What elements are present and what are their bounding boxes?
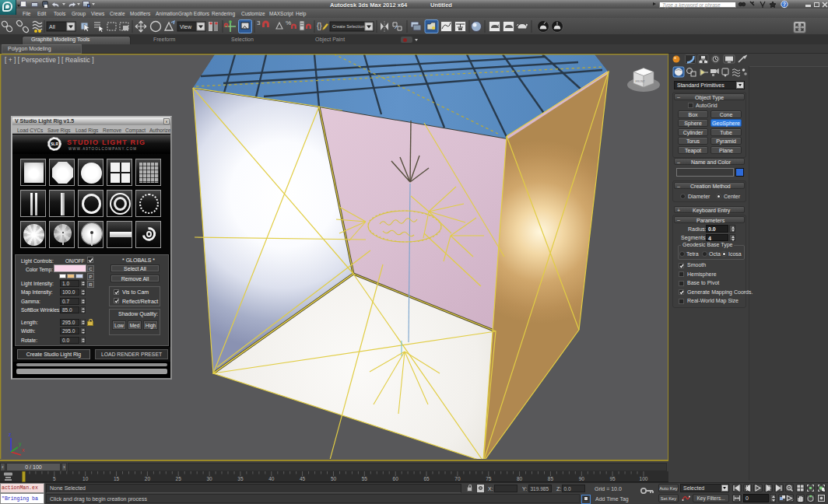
svg-text:85: 85 [548,476,554,481]
svg-text:95: 95 [609,476,616,481]
svg-text:3: 3 [257,19,261,26]
svg-text:30: 30 [206,476,212,481]
svg-text:[ + ] [ Perspective ] [ Realis: [ + ] [ Perspective ] [ Realistic ] [5,56,94,64]
svg-text:70: 70 [454,476,461,481]
svg-text:%: % [286,19,291,26]
svg-text:View: View [180,24,192,30]
svg-text:90: 90 [579,476,585,481]
svg-text:25: 25 [176,476,182,481]
svg-text:15: 15 [114,476,120,481]
svg-text:100: 100 [640,476,648,481]
svg-text:75: 75 [486,476,492,481]
svg-text:10: 10 [82,476,89,481]
svg-text:45: 45 [300,476,306,481]
svg-text:5: 5 [53,476,56,481]
svg-text:20: 20 [145,476,151,481]
svg-text:60: 60 [393,476,399,481]
svg-text:?: ? [783,2,786,7]
svg-text:50: 50 [331,476,337,481]
svg-text:65: 65 [423,476,430,481]
svg-text:40: 40 [268,476,275,481]
svg-text:35: 35 [237,476,244,481]
svg-text:55: 55 [362,476,368,481]
svg-text:z: z [9,432,12,437]
svg-text:80: 80 [517,476,523,481]
svg-text:x: x [22,447,25,453]
svg-text:All: All [49,24,55,30]
svg-text:{}: {} [317,22,322,30]
svg-text:FRONT: FRONT [636,80,646,83]
svg-text:y: y [19,441,22,447]
